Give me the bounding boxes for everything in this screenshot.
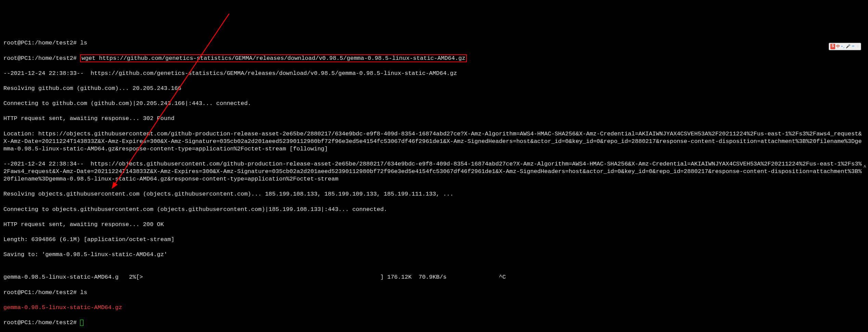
- terminal-line: Resolving github.com (github.com)... 20.…: [3, 85, 865, 92]
- ime-keyboard-icon[interactable]: ⌨: [851, 44, 855, 49]
- terminal-line: Length: 6394866 (6.1M) [application/octe…: [3, 236, 865, 243]
- shell-prompt: root@PC1:/home/test2#: [3, 55, 80, 62]
- terminal-line: HTTP request sent, awaiting response... …: [3, 221, 865, 228]
- ime-language-bar[interactable]: S 中 •, 🎤 ⌨ ⚙: [829, 43, 861, 50]
- terminal-line: root@PC1:/home/test2# wget https://githu…: [3, 55, 865, 62]
- terminal-line: root@PC1:/home/test2# ls: [3, 39, 865, 47]
- terminal-line: root@PC1:/home/test2# ls: [3, 289, 865, 296]
- terminal-line: HTTP request sent, awaiting response... …: [3, 115, 865, 122]
- terminal-line: Resolving objects.githubusercontent.com …: [3, 190, 865, 198]
- cursor-icon: [80, 320, 83, 326]
- terminal-line: Connecting to objects.githubusercontent.…: [3, 206, 865, 213]
- downloaded-file: gemma-0.98.5-linux-static-AMD64.gz: [3, 304, 865, 311]
- terminal-line: gemma-0.98.5-linux-static-AMD64.g 2%[> ]…: [3, 274, 865, 281]
- scroll-up-icon[interactable]: ^: [864, 164, 866, 170]
- terminal-line: Location: https://objects.githubusercont…: [3, 130, 865, 153]
- shell-prompt: root@PC1:/home/test2#: [3, 319, 80, 326]
- terminal-line: root@PC1:/home/test2#: [3, 319, 865, 327]
- terminal-line: Saving to: 'gemma-0.98.5-linux-static-AM…: [3, 251, 865, 258]
- ime-language-icon[interactable]: 中: [836, 44, 840, 49]
- terminal-line: Connecting to github.com (github.com)|20…: [3, 100, 865, 107]
- ime-punct-icon[interactable]: •,: [841, 44, 845, 49]
- terminal-line: --2021-12-24 22:38:33-- https://github.c…: [3, 70, 865, 77]
- ime-settings-icon[interactable]: ⚙: [856, 44, 860, 49]
- ime-input-icon[interactable]: 🎤: [846, 44, 850, 49]
- highlighted-command: wget https://github.com/genetics-statist…: [80, 54, 466, 62]
- ime-logo-icon: S: [830, 44, 835, 49]
- terminal-output[interactable]: root@PC1:/home/test2# ls root@PC1:/home/…: [3, 32, 865, 332]
- terminal-line: --2021-12-24 22:38:34-- https://objects.…: [3, 160, 865, 183]
